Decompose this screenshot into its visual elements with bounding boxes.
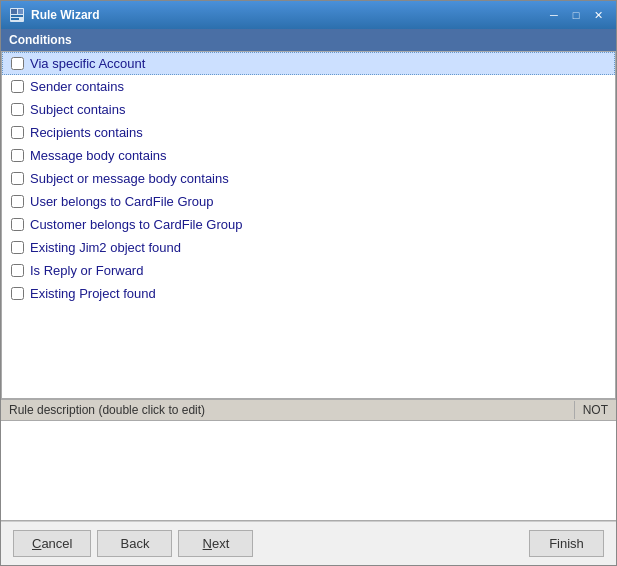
conditions-list: Via specific AccountSender containsSubje… bbox=[1, 51, 616, 399]
window-title: Rule Wizard bbox=[31, 8, 544, 22]
condition-label: Recipients contains bbox=[30, 125, 143, 140]
condition-label: Via specific Account bbox=[30, 56, 145, 71]
list-item[interactable]: Subject or message body contains bbox=[2, 167, 615, 190]
condition-checkbox[interactable] bbox=[11, 57, 24, 70]
condition-checkbox[interactable] bbox=[11, 195, 24, 208]
condition-checkbox[interactable] bbox=[11, 103, 24, 116]
not-button[interactable]: NOT bbox=[574, 401, 616, 419]
list-item[interactable]: Sender contains bbox=[2, 75, 615, 98]
condition-label: Existing Jim2 object found bbox=[30, 240, 181, 255]
condition-checkbox[interactable] bbox=[11, 149, 24, 162]
list-item[interactable]: Via specific Account bbox=[2, 52, 615, 75]
rule-description-header: Rule description (double click to edit) … bbox=[1, 400, 616, 421]
close-button[interactable]: ✕ bbox=[588, 6, 608, 24]
next-button[interactable]: Next bbox=[178, 530, 253, 557]
bottom-bar: Cancel Back Next Finish bbox=[1, 521, 616, 565]
title-bar: Rule Wizard ─ □ ✕ bbox=[1, 1, 616, 29]
condition-label: Subject or message body contains bbox=[30, 171, 229, 186]
condition-label: Is Reply or Forward bbox=[30, 263, 143, 278]
rule-description-body[interactable] bbox=[1, 421, 616, 521]
condition-checkbox[interactable] bbox=[11, 264, 24, 277]
condition-label: Message body contains bbox=[30, 148, 167, 163]
list-item[interactable]: Recipients contains bbox=[2, 121, 615, 144]
list-item[interactable]: Existing Jim2 object found bbox=[2, 236, 615, 259]
svg-rect-2 bbox=[18, 9, 23, 14]
condition-checkbox[interactable] bbox=[11, 126, 24, 139]
rule-description-section: Rule description (double click to edit) … bbox=[1, 399, 616, 521]
rule-wizard-window: Rule Wizard ─ □ ✕ Conditions Via specifi… bbox=[0, 0, 617, 566]
condition-label: Sender contains bbox=[30, 79, 124, 94]
list-item[interactable]: Is Reply or Forward bbox=[2, 259, 615, 282]
minimize-button[interactable]: ─ bbox=[544, 6, 564, 24]
conditions-header: Conditions bbox=[1, 29, 616, 51]
wizard-icon bbox=[9, 7, 25, 23]
finish-button[interactable]: Finish bbox=[529, 530, 604, 557]
list-item[interactable]: Message body contains bbox=[2, 144, 615, 167]
cancel-button[interactable]: Cancel bbox=[13, 530, 91, 557]
back-button[interactable]: Back bbox=[97, 530, 172, 557]
condition-checkbox[interactable] bbox=[11, 218, 24, 231]
condition-label: Customer belongs to CardFile Group bbox=[30, 217, 242, 232]
svg-rect-1 bbox=[11, 9, 17, 14]
bottom-bar-left: Cancel Back Next bbox=[13, 530, 253, 557]
condition-label: User belongs to CardFile Group bbox=[30, 194, 214, 209]
condition-label: Subject contains bbox=[30, 102, 125, 117]
rule-description-label: Rule description (double click to edit) bbox=[1, 400, 574, 420]
condition-label: Existing Project found bbox=[30, 286, 156, 301]
list-item[interactable]: User belongs to CardFile Group bbox=[2, 190, 615, 213]
condition-checkbox[interactable] bbox=[11, 80, 24, 93]
main-content: Conditions Via specific AccountSender co… bbox=[1, 29, 616, 521]
title-controls: ─ □ ✕ bbox=[544, 6, 608, 24]
bottom-bar-right: Finish bbox=[529, 530, 604, 557]
list-item[interactable]: Existing Project found bbox=[2, 282, 615, 305]
list-item[interactable]: Subject contains bbox=[2, 98, 615, 121]
condition-checkbox[interactable] bbox=[11, 172, 24, 185]
svg-rect-4 bbox=[11, 18, 19, 20]
condition-checkbox[interactable] bbox=[11, 287, 24, 300]
condition-checkbox[interactable] bbox=[11, 241, 24, 254]
list-item[interactable]: Customer belongs to CardFile Group bbox=[2, 213, 615, 236]
svg-rect-3 bbox=[11, 15, 23, 17]
maximize-button[interactable]: □ bbox=[566, 6, 586, 24]
